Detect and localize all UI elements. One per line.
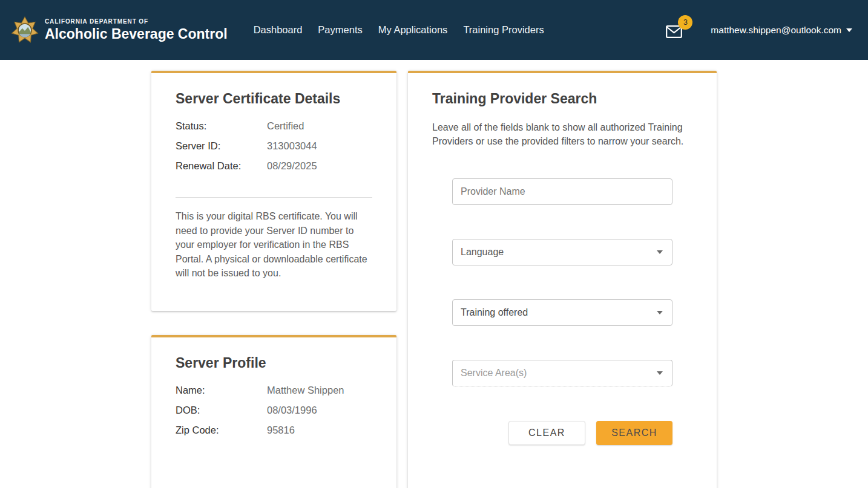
nav-item-payments[interactable]: Payments bbox=[310, 18, 370, 42]
training-offered-select[interactable]: Training offered bbox=[452, 299, 672, 326]
search-card-title: Training Provider Search bbox=[432, 91, 692, 107]
server-profile-card: Server Profile Name: Matthew Shippen DOB… bbox=[151, 335, 396, 488]
dropdown-arrow-icon bbox=[657, 311, 663, 314]
status-label: Status: bbox=[176, 120, 267, 132]
certificate-card-title: Server Certificate Details bbox=[176, 91, 372, 107]
brand-text: CALIFORNIA DEPARTMENT OF Alcoholic Bever… bbox=[45, 18, 228, 42]
language-select[interactable]: Language bbox=[452, 239, 672, 265]
user-email: matthew.shippen@outlook.com bbox=[711, 25, 841, 36]
provider-name-field bbox=[452, 178, 672, 205]
abc-home-link[interactable]: CALIFORNIA DEPARTMENT OF Alcoholic Bever… bbox=[11, 16, 228, 44]
abc-star-badge-logo bbox=[11, 16, 39, 44]
search-description: Leave all of the fields blank to show al… bbox=[432, 120, 692, 148]
zip-code-label: Zip Code: bbox=[176, 425, 267, 436]
status-row: Status: Certified bbox=[176, 120, 372, 132]
nav-item-dashboard[interactable]: Dashboard bbox=[246, 18, 311, 42]
search-button[interactable]: SEARCH bbox=[596, 421, 672, 445]
renewal-date-value: 08/29/2025 bbox=[267, 160, 317, 172]
dob-row: DOB: 08/03/1996 bbox=[176, 405, 372, 416]
messages-button[interactable]: 3 bbox=[666, 22, 684, 38]
right-column: Training Provider Search Leave all of th… bbox=[408, 71, 717, 488]
zip-code-row: Zip Code: 95816 bbox=[176, 425, 372, 436]
zip-code-value: 95816 bbox=[267, 425, 295, 436]
server-id-label: Server ID: bbox=[176, 140, 267, 152]
server-certificate-details-card: Server Certificate Details Status: Certi… bbox=[151, 71, 396, 311]
provider-name-input[interactable] bbox=[461, 186, 664, 197]
user-account-menu[interactable]: matthew.shippen@outlook.com bbox=[711, 25, 852, 36]
search-actions: CLEAR SEARCH bbox=[452, 421, 672, 445]
clear-button[interactable]: CLEAR bbox=[508, 421, 585, 445]
language-select-label: Language bbox=[461, 247, 504, 258]
main-content: Server Certificate Details Status: Certi… bbox=[0, 60, 868, 488]
renewal-date-label: Renewal Date: bbox=[176, 160, 267, 172]
app-header: CALIFORNIA DEPARTMENT OF Alcoholic Bever… bbox=[0, 0, 868, 60]
agency-name: Alcoholic Beverage Control bbox=[45, 27, 228, 42]
dob-value: 08/03/1996 bbox=[267, 405, 317, 416]
dropdown-arrow-icon bbox=[657, 371, 663, 375]
header-actions: 3 matthew.shippen@outlook.com bbox=[666, 22, 852, 38]
training-offered-select-label: Training offered bbox=[461, 307, 528, 318]
left-column: Server Certificate Details Status: Certi… bbox=[151, 71, 396, 488]
nav-item-training-providers[interactable]: Training Providers bbox=[455, 18, 551, 42]
server-id-value: 313003044 bbox=[267, 140, 317, 152]
service-areas-select-label: Service Area(s) bbox=[461, 368, 527, 379]
profile-card-title: Server Profile bbox=[176, 355, 372, 371]
main-nav: Dashboard Payments My Applications Train… bbox=[246, 18, 552, 42]
agency-department-label: CALIFORNIA DEPARTMENT OF bbox=[45, 18, 228, 25]
renewal-date-row: Renewal Date: 08/29/2025 bbox=[176, 160, 372, 172]
certificate-note: This is your digital RBS certificate. Yo… bbox=[176, 209, 372, 281]
nav-item-my-applications[interactable]: My Applications bbox=[370, 18, 456, 42]
name-value: Matthew Shippen bbox=[267, 385, 344, 396]
service-areas-select[interactable]: Service Area(s) bbox=[452, 360, 672, 386]
status-value: Certified bbox=[267, 120, 304, 132]
name-label: Name: bbox=[176, 385, 267, 396]
server-id-row: Server ID: 313003044 bbox=[176, 140, 372, 152]
search-form: Language Training offered Service Area(s… bbox=[452, 178, 672, 445]
chevron-down-icon bbox=[846, 28, 852, 32]
dob-label: DOB: bbox=[176, 405, 267, 416]
name-row: Name: Matthew Shippen bbox=[176, 385, 372, 396]
training-provider-search-card: Training Provider Search Leave all of th… bbox=[408, 71, 717, 488]
unread-messages-badge: 3 bbox=[678, 15, 692, 30]
card-divider bbox=[176, 197, 372, 198]
dropdown-arrow-icon bbox=[657, 250, 663, 254]
